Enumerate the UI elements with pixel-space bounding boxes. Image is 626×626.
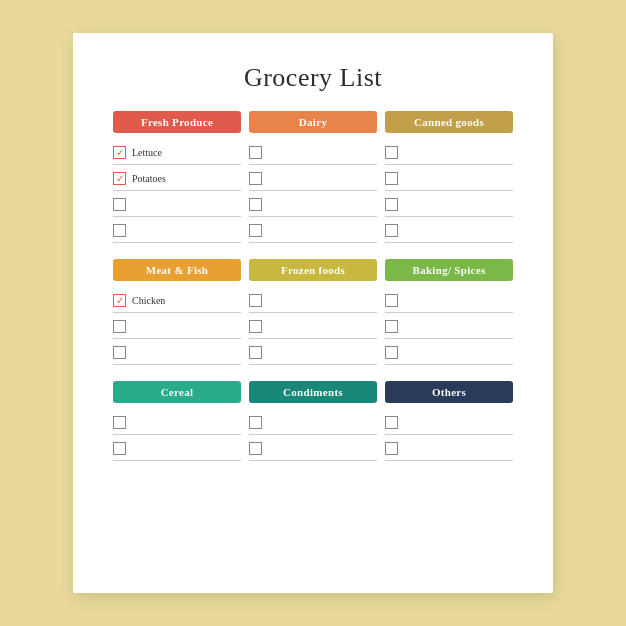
- list-item[interactable]: [385, 313, 513, 339]
- checkbox[interactable]: [249, 320, 262, 333]
- checkbox[interactable]: [385, 146, 398, 159]
- checkbox[interactable]: [385, 198, 398, 211]
- checkbox[interactable]: [385, 224, 398, 237]
- item-label: Potatoes: [132, 173, 166, 184]
- item-col-1-2: [385, 287, 513, 365]
- category-badge-others: Others: [385, 381, 513, 403]
- category-badge-dairy: Dairy: [249, 111, 377, 133]
- item-label: Lettuce: [132, 147, 162, 158]
- list-item[interactable]: [249, 165, 377, 191]
- checkbox[interactable]: [113, 198, 126, 211]
- category-badge-frozen-foods: Frozen foods: [249, 259, 377, 281]
- list-item[interactable]: [385, 139, 513, 165]
- list-item[interactable]: [249, 313, 377, 339]
- category-badge-canned-goods: Canned goods: [385, 111, 513, 133]
- list-item[interactable]: [385, 339, 513, 365]
- checkbox[interactable]: [249, 224, 262, 237]
- item-label: Chicken: [132, 295, 165, 306]
- category-badge-meat-fish: Meat & Fish: [113, 259, 241, 281]
- list-item[interactable]: [249, 191, 377, 217]
- item-col-1-0: Chicken: [113, 287, 241, 365]
- list-item[interactable]: [113, 313, 241, 339]
- category-badge-condiments: Condiments: [249, 381, 377, 403]
- checkbox[interactable]: [113, 320, 126, 333]
- item-col-1-1: [249, 287, 377, 365]
- checkbox[interactable]: [249, 146, 262, 159]
- list-item[interactable]: Chicken: [113, 287, 241, 313]
- list-item[interactable]: Lettuce: [113, 139, 241, 165]
- list-item[interactable]: [113, 217, 241, 243]
- item-col-0-0: LettucePotatoes: [113, 139, 241, 243]
- list-item[interactable]: [385, 191, 513, 217]
- list-item[interactable]: [385, 217, 513, 243]
- page-title: Grocery List: [113, 63, 513, 93]
- list-item[interactable]: [249, 339, 377, 365]
- list-item[interactable]: [113, 409, 241, 435]
- category-badge-cereal: Cereal: [113, 381, 241, 403]
- checkbox[interactable]: [385, 442, 398, 455]
- checkbox[interactable]: [385, 294, 398, 307]
- list-item[interactable]: [385, 409, 513, 435]
- list-item[interactable]: [113, 191, 241, 217]
- item-col-0-1: [249, 139, 377, 243]
- list-item[interactable]: [249, 435, 377, 461]
- item-col-2-0: [113, 409, 241, 461]
- section-0: Fresh ProduceDairyCanned goodsLettucePot…: [113, 111, 513, 251]
- checkbox[interactable]: [249, 172, 262, 185]
- item-col-0-2: [385, 139, 513, 243]
- list-item[interactable]: [249, 217, 377, 243]
- list-item[interactable]: [385, 435, 513, 461]
- checkbox[interactable]: [113, 416, 126, 429]
- checkbox[interactable]: [249, 294, 262, 307]
- section-2: CerealCondimentsOthers: [113, 381, 513, 469]
- checkbox[interactable]: [113, 442, 126, 455]
- category-badge-fresh-produce: Fresh Produce: [113, 111, 241, 133]
- grocery-list-paper: Grocery List Fresh ProduceDairyCanned go…: [73, 33, 553, 593]
- section-1: Meat & FishFrozen foodsBaking/ SpicesChi…: [113, 259, 513, 373]
- list-item[interactable]: [113, 339, 241, 365]
- category-badge-baking-spices: Baking/ Spices: [385, 259, 513, 281]
- item-col-2-2: [385, 409, 513, 461]
- checkbox[interactable]: [385, 320, 398, 333]
- checkbox[interactable]: [113, 294, 126, 307]
- list-item[interactable]: Potatoes: [113, 165, 241, 191]
- checkbox[interactable]: [249, 198, 262, 211]
- list-item[interactable]: [113, 435, 241, 461]
- checkbox[interactable]: [385, 416, 398, 429]
- list-item[interactable]: [385, 287, 513, 313]
- list-item[interactable]: [249, 139, 377, 165]
- list-item[interactable]: [249, 287, 377, 313]
- checkbox[interactable]: [385, 172, 398, 185]
- list-item[interactable]: [249, 409, 377, 435]
- checkbox[interactable]: [249, 416, 262, 429]
- checkbox[interactable]: [113, 172, 126, 185]
- checkbox[interactable]: [249, 346, 262, 359]
- checkbox[interactable]: [113, 224, 126, 237]
- checkbox[interactable]: [249, 442, 262, 455]
- item-col-2-1: [249, 409, 377, 461]
- checkbox[interactable]: [113, 146, 126, 159]
- checkbox[interactable]: [385, 346, 398, 359]
- checkbox[interactable]: [113, 346, 126, 359]
- list-item[interactable]: [385, 165, 513, 191]
